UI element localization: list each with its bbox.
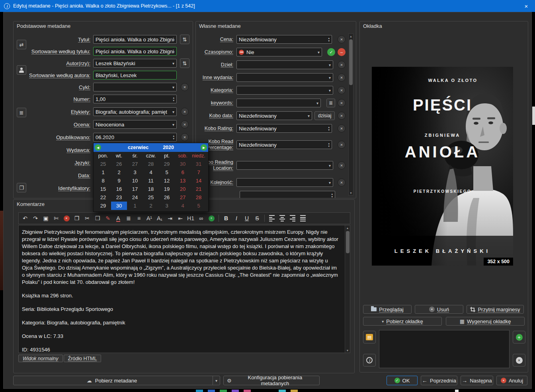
format-list-box[interactable] bbox=[379, 330, 510, 368]
calendar-day[interactable]: 3 bbox=[159, 202, 175, 210]
clear-series-button[interactable]: × bbox=[181, 83, 189, 91]
calendar-day[interactable]: 30 bbox=[175, 160, 191, 168]
calendar-day[interactable]: 27 bbox=[127, 160, 143, 168]
calendar-day[interactable]: 28 bbox=[191, 193, 207, 202]
calendar-day[interactable]: 7 bbox=[191, 168, 207, 177]
cover-image[interactable]: WALKA O ZŁOTO PIĘŚCI ZBIGNIEWA ANIOŁA PI… bbox=[372, 67, 513, 266]
remove-cover-button[interactable]: ×Usuń bbox=[415, 305, 463, 314]
remove-field-button[interactable]: × bbox=[338, 74, 346, 82]
rating-combo[interactable]: Nieoceniona▾ bbox=[93, 120, 177, 129]
scroll-up-icon[interactable]: ▲ bbox=[345, 225, 350, 230]
calendar-day[interactable]: 26 bbox=[111, 160, 127, 168]
indent-less-icon[interactable]: ⇤ bbox=[176, 213, 185, 223]
remove-field-button[interactable]: × bbox=[338, 99, 346, 107]
scrollbar-thumb[interactable] bbox=[346, 231, 350, 253]
cancel-button[interactable]: ×Anuluj bbox=[496, 376, 527, 385]
remove-field-button[interactable]: × bbox=[338, 61, 346, 69]
calendar-day[interactable]: 28 bbox=[143, 160, 159, 168]
align-right-icon[interactable] bbox=[288, 213, 297, 223]
bold-icon[interactable]: B bbox=[221, 213, 231, 223]
paste-icon[interactable]: ❒ bbox=[93, 213, 102, 223]
remove-field-button[interactable]: × bbox=[338, 179, 346, 186]
spin-buttons[interactable]: ▴▾ bbox=[171, 134, 174, 140]
calendar-day[interactable]: 1 bbox=[95, 168, 111, 177]
spin-buttons[interactable]: ▴▾ bbox=[329, 192, 333, 198]
calendar-day[interactable]: 12 bbox=[159, 177, 175, 185]
subscript-icon[interactable]: A₁ bbox=[155, 213, 164, 223]
calendar-day[interactable]: 10 bbox=[127, 177, 143, 185]
trim-cover-button[interactable]: Przytnij marginesy bbox=[467, 305, 524, 314]
calendar-day[interactable]: 20 bbox=[175, 185, 191, 193]
edit-list-button[interactable]: ≣ bbox=[326, 99, 335, 107]
clear-text-icon[interactable]: × bbox=[62, 213, 71, 223]
calendar-day[interactable]: 23 bbox=[111, 193, 127, 202]
published-date-spin[interactable]: 06.2020▴▾ bbox=[93, 133, 177, 142]
custom-spin-field[interactable]: Niezdefiniowany▴▾ bbox=[236, 140, 332, 149]
series-number-spin[interactable]: 1,00▴▾ bbox=[93, 95, 177, 103]
spin-buttons[interactable]: ▴▾ bbox=[326, 142, 330, 147]
author-sort-input[interactable]: Błażyński, Leszek bbox=[93, 71, 177, 80]
custom-combo-field[interactable]: ▾ bbox=[236, 178, 333, 187]
comments-editor[interactable]: Zbigniew Pietrzykowski był fenomenalnym … bbox=[18, 225, 350, 353]
spin-buttons[interactable]: ▴▾ bbox=[326, 37, 330, 42]
custom-flag-combo[interactable]: Nie▾ bbox=[236, 48, 322, 56]
copy-icon[interactable]: ❐ bbox=[72, 213, 82, 223]
spin-buttons[interactable]: ▴▾ bbox=[171, 96, 174, 102]
italic-icon[interactable]: I bbox=[232, 213, 241, 223]
remove-field-button[interactable]: × bbox=[338, 124, 346, 132]
calendar-day[interactable]: 29 bbox=[95, 202, 111, 210]
swap-title-author-button[interactable]: ⇄ bbox=[17, 40, 26, 49]
custom-date-field[interactable]: Niezdefiniowany▾ bbox=[236, 111, 312, 120]
calendar-day[interactable]: 30 bbox=[111, 202, 127, 210]
remove-field-button[interactable]: × bbox=[338, 141, 346, 149]
calendar-year[interactable]: 2020 bbox=[163, 145, 174, 150]
custom-spin-field[interactable]: ▴▾ bbox=[240, 191, 335, 198]
calendar-day[interactable]: 31 bbox=[191, 160, 207, 168]
config-metadata-download-button[interactable]: ⚙Konfiguracja pobierania metadanych bbox=[223, 376, 320, 385]
calendar-day[interactable]: 16 bbox=[111, 185, 127, 193]
remove-field-button[interactable]: × bbox=[338, 35, 346, 43]
calendar-day[interactable]: 9 bbox=[111, 177, 127, 185]
previous-book-button[interactable]: ←Poprzednia bbox=[421, 376, 457, 385]
custom-combo-field[interactable]: ▾ bbox=[236, 60, 333, 69]
calendar-day[interactable]: 5 bbox=[159, 168, 175, 177]
custom-combo-field[interactable]: ▾ bbox=[236, 73, 333, 82]
scroll-down-icon[interactable]: ▼ bbox=[349, 190, 353, 195]
insert-image-icon[interactable]: + bbox=[207, 213, 216, 223]
remove-field-button[interactable]: × bbox=[338, 112, 346, 120]
title-sort-input[interactable]: Pięści anioła. Walka o złoto Zbignie bbox=[93, 47, 177, 56]
unordered-list-icon[interactable]: ≡ bbox=[134, 213, 144, 223]
align-left-icon[interactable] bbox=[267, 213, 277, 223]
calendar-day[interactable]: 1 bbox=[127, 202, 143, 210]
browse-cover-button[interactable]: Przeglądaj bbox=[363, 305, 412, 314]
calendar-day[interactable]: 15 bbox=[95, 185, 111, 193]
ordered-list-icon[interactable]: ≣ bbox=[124, 213, 133, 223]
calendar-prev-month-button[interactable]: ◀ bbox=[95, 144, 101, 151]
calendar-day[interactable]: 29 bbox=[159, 160, 175, 168]
calendar-day[interactable]: 25 bbox=[143, 193, 159, 202]
title-input[interactable]: Pięści anioła. Walka o złoto Zbignie bbox=[93, 35, 177, 44]
align-center-icon[interactable] bbox=[277, 213, 287, 223]
authors-combo[interactable]: Leszek Błażyński▾ bbox=[93, 59, 177, 68]
calendar-day[interactable]: 19 bbox=[159, 185, 175, 193]
next-book-button[interactable]: →Następna bbox=[461, 376, 493, 385]
underline-icon[interactable]: U bbox=[242, 213, 252, 223]
calendar-day[interactable]: 25 bbox=[95, 160, 111, 168]
tab-normal-view[interactable]: Widok normalny bbox=[18, 355, 63, 362]
custom-combo-field[interactable]: ▾ bbox=[236, 86, 333, 95]
book-info-button[interactable]: i bbox=[363, 354, 376, 367]
custom-scrollbar[interactable]: ▲ ▼ bbox=[348, 33, 353, 196]
tab-html-source[interactable]: Źródło HTML bbox=[64, 355, 102, 362]
tags-editor-button[interactable]: ≣ bbox=[17, 108, 26, 117]
custom-combo-field[interactable]: ▾ bbox=[236, 161, 333, 170]
ok-button[interactable]: ✓OK bbox=[387, 376, 418, 385]
calendar-day[interactable]: 5 bbox=[191, 202, 207, 210]
align-justify-icon[interactable] bbox=[298, 213, 308, 223]
scrollbar-thumb[interactable] bbox=[349, 39, 353, 85]
add-format-button[interactable]: + bbox=[513, 331, 525, 343]
calendar-day[interactable]: 24 bbox=[127, 193, 143, 202]
calendar-day[interactable]: 11 bbox=[143, 177, 159, 185]
undo-icon[interactable]: ↶ bbox=[20, 213, 30, 223]
superscript-icon[interactable]: A¹ bbox=[144, 213, 154, 223]
calendar-day[interactable]: 27 bbox=[175, 193, 191, 202]
